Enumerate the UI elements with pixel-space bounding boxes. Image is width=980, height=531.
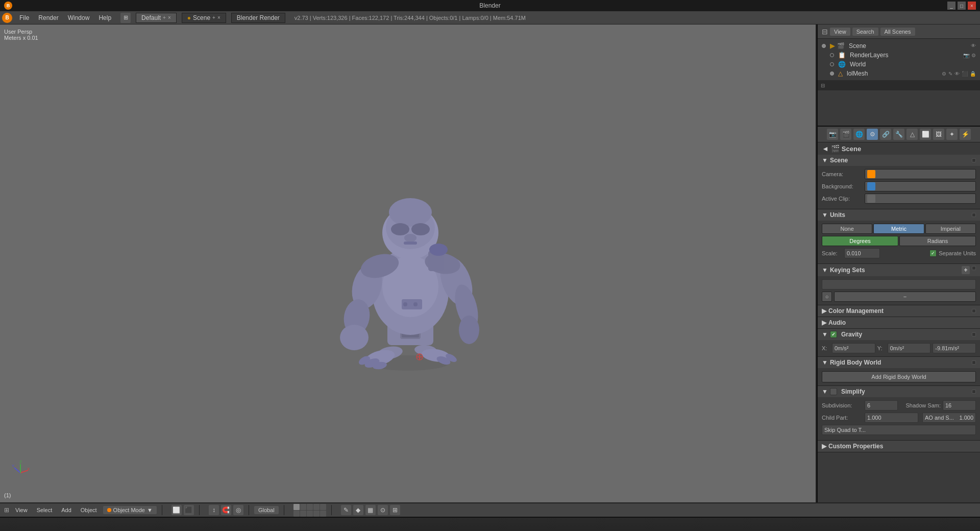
mode-selector[interactable]: Object Mode ▼ (103, 506, 157, 514)
gravity-header[interactable]: ▼ ✓ Gravity (818, 329, 980, 340)
visibility-eye-icon[interactable]: 👁 (971, 43, 976, 49)
unit-none-button[interactable]: None (822, 224, 872, 234)
layer-5[interactable] (320, 504, 326, 510)
scene-add-button[interactable]: + (212, 15, 215, 20)
prop-icon-scene[interactable]: 🎬 (840, 129, 851, 140)
grid-icon[interactable]: ⊞ (120, 13, 131, 23)
background-field[interactable] (865, 181, 976, 191)
layer-6[interactable] (293, 511, 300, 517)
prop-icon-particles[interactable]: ✦ (946, 129, 958, 140)
gravity-x-field[interactable]: 0m/s² (832, 343, 875, 353)
record-button[interactable]: ⊙ (378, 505, 388, 515)
timeline-content[interactable] (0, 518, 980, 531)
rigid-body-world-header[interactable]: ▼ Rigid Body World (818, 357, 980, 368)
prop-icon-render[interactable]: 📷 (827, 129, 838, 140)
workspace-close-button[interactable]: × (168, 15, 171, 20)
mesh-vis-3[interactable]: 👁 (954, 71, 960, 77)
simplify-checkbox[interactable] (830, 388, 837, 395)
outliner-tab-all-scenes[interactable]: All Scenes (880, 28, 915, 36)
color-management-header[interactable]: ▶ Color Management (818, 305, 980, 317)
global-local-toggle[interactable]: Global (254, 506, 279, 514)
custom-properties-header[interactable]: ▶ Custom Properties (818, 441, 980, 452)
keying-minus-button[interactable]: − (834, 292, 976, 302)
scale-field[interactable]: 0.010 (844, 248, 880, 258)
workspace-add-button[interactable]: + (163, 15, 166, 20)
menu-window[interactable]: Window (64, 13, 94, 22)
layer-1[interactable] (293, 504, 300, 510)
scene-close-button[interactable]: × (217, 15, 220, 20)
workspace-tab-default[interactable]: Default + × (136, 13, 177, 23)
snap-button[interactable]: 🧲 (221, 505, 231, 515)
wireframe-button[interactable]: ⬜ (172, 505, 182, 515)
model-area[interactable] (0, 25, 816, 502)
audio-header[interactable]: ▶ Audio (818, 317, 980, 328)
menu-file[interactable]: File (15, 13, 33, 22)
mesh-vis-2[interactable]: ✎ (948, 71, 952, 77)
scene-section-header[interactable]: ▼ Scene (818, 155, 980, 166)
prop-icon-texture[interactable]: 🖼 (933, 129, 944, 140)
layer-grid[interactable] (293, 504, 326, 517)
scene-collapse-icon[interactable] (972, 158, 976, 162)
add-menu[interactable]: Add (58, 506, 75, 514)
child-part-field[interactable]: 1.000 (865, 413, 918, 423)
rbw-collapse-icon[interactable] (972, 360, 976, 365)
outliner-search-input[interactable] (827, 83, 977, 88)
object-menu[interactable]: Object (78, 506, 100, 514)
gravity-checkbox[interactable]: ✓ (830, 331, 837, 338)
unit-imperial-button[interactable]: Imperial (925, 224, 976, 234)
prop-icon-modifier[interactable]: 🔧 (893, 129, 904, 140)
minimize-button[interactable]: _ (947, 2, 955, 10)
layer-9[interactable] (313, 511, 320, 517)
skip-quad-field[interactable]: Skip Quad to T... (822, 425, 976, 435)
keying-add-button[interactable]: + (962, 266, 970, 274)
tree-item-renderlayers[interactable]: 📋 RenderLayers 📷 ⚙ (818, 51, 980, 60)
renderlayers-cam-icon[interactable]: 📷 (963, 53, 969, 58)
gravity-y-field[interactable]: 0m/s² (888, 343, 931, 353)
ao-s-field[interactable]: AO and S... 1.000 (922, 413, 976, 423)
scene-tab[interactable]: ● Scene + × (182, 13, 226, 23)
nla-button[interactable]: ▦ (365, 505, 376, 515)
simplify-header[interactable]: ▼ Simplify (818, 386, 980, 397)
renderlayers-vis-icon[interactable]: ⚙ (971, 53, 976, 58)
view-menu[interactable]: View (12, 506, 31, 514)
layer-4[interactable] (313, 504, 320, 510)
prop-icon-object[interactable]: ⚙ (867, 129, 878, 140)
outliner-tab-view[interactable]: View (830, 28, 850, 36)
keying-field[interactable] (822, 279, 976, 289)
select-menu[interactable]: Select (34, 506, 56, 514)
cm-collapse-icon[interactable] (972, 309, 976, 313)
add-rigid-body-world-button[interactable]: Add Rigid Body World (822, 371, 976, 382)
solid-button[interactable]: ⬛ (184, 505, 194, 515)
keying-collapse-icon[interactable] (972, 266, 976, 270)
mesh-vis-4[interactable]: ⬛ (962, 71, 968, 77)
angle-degrees-button[interactable]: Degrees (822, 236, 898, 246)
outliner-tab-search[interactable]: Search (852, 28, 878, 36)
units-section-header[interactable]: ▼ Units (818, 209, 980, 221)
tree-item-scene[interactable]: ▶ 🎬 Scene 👁 (818, 41, 980, 51)
unit-metric-button[interactable]: Metric (873, 224, 924, 234)
gpencil-button[interactable]: ✎ (341, 505, 351, 515)
viewport-icon[interactable]: ⊞ (4, 506, 9, 514)
layer-3[interactable] (307, 504, 313, 510)
gravity-collapse-icon[interactable] (972, 332, 976, 336)
active-clip-field[interactable] (865, 194, 976, 204)
tree-item-mesh[interactable]: △ lolMesh ⚙ ✎ 👁 ⬛ 🔒 (818, 69, 980, 78)
mesh-vis-5[interactable]: 🔒 (970, 71, 976, 77)
gravity-z-field[interactable]: -9.81m/s² (933, 343, 976, 353)
layer-7[interactable] (300, 511, 306, 517)
layer-2[interactable] (300, 504, 306, 510)
subdivision-field[interactable]: 6 (865, 400, 898, 411)
manipulator-button[interactable]: ↕ (209, 505, 219, 515)
angle-radians-button[interactable]: Radians (899, 236, 976, 246)
prop-icon-data[interactable]: △ (906, 129, 918, 140)
layer-8[interactable] (307, 511, 313, 517)
proportional-edit-button[interactable]: ◎ (233, 505, 243, 515)
layer-10[interactable] (320, 511, 326, 517)
camera-field[interactable] (865, 169, 976, 179)
units-collapse-icon[interactable] (972, 213, 976, 217)
prop-icon-constraints[interactable]: 🔗 (880, 129, 891, 140)
render-engine-selector[interactable]: Blender Render (231, 13, 285, 23)
more-button[interactable]: ⊞ (390, 505, 400, 515)
keyframe-button[interactable]: ◆ (353, 505, 363, 515)
tree-item-world[interactable]: 🌐 World (818, 60, 980, 69)
